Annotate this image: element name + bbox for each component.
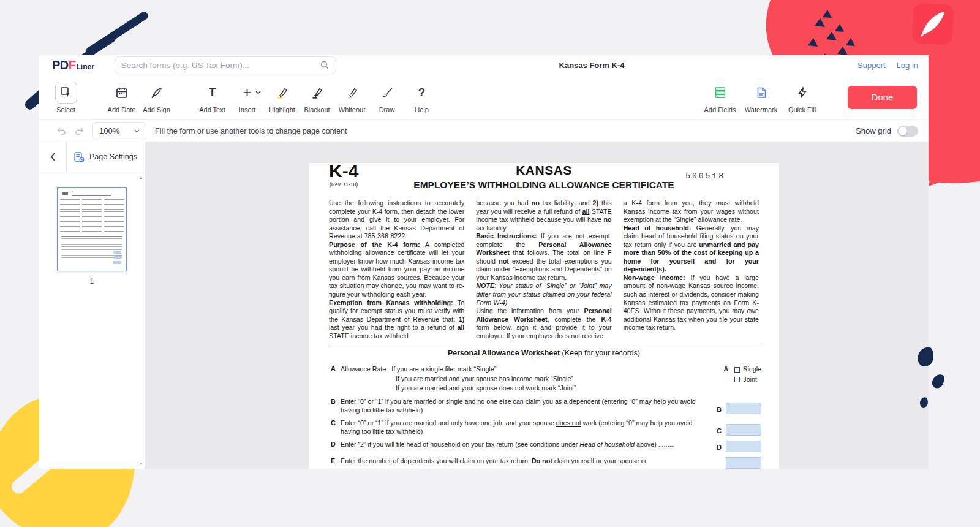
thumb-title-lines: [72, 192, 111, 197]
scroll-down-arrow[interactable]: ▼: [139, 461, 143, 466]
tool-blackout[interactable]: Blackout: [300, 82, 334, 113]
tool-label: Watermark: [745, 106, 777, 113]
top-bar: PDFLiner Kansas Form K-4 Support Log in: [39, 55, 929, 75]
search-box: [115, 56, 336, 74]
tool-label: Add Fields: [704, 106, 736, 113]
form-revision: (Rev. 11-18): [330, 181, 358, 188]
line-d-input[interactable]: [726, 441, 761, 452]
instruction-column-2: because you had no tax liability; and 2)…: [476, 199, 611, 340]
sidebar-header: Page Settings: [39, 142, 145, 172]
row-a-text: Allowance Rate: If you are a single file…: [341, 365, 700, 393]
search-input[interactable]: [121, 61, 320, 70]
tool-highlight[interactable]: Highlight: [265, 82, 300, 113]
row-letter: C: [331, 419, 341, 436]
hint-text: Fill the form or use another tools to ch…: [155, 127, 347, 135]
checkbox-label: Single: [743, 365, 761, 374]
worksheet-title: Personal Allowance Worksheet (Keep for y…: [309, 349, 779, 357]
tool-label: Draw: [379, 106, 395, 113]
tool-insert[interactable]: + Insert: [230, 82, 265, 113]
row-letter: D: [717, 444, 722, 452]
question-mark-icon: ?: [411, 82, 433, 104]
page-settings-label: Page Settings: [89, 153, 137, 161]
row-letter: A: [724, 365, 729, 374]
tool-label: Add Sign: [143, 106, 170, 113]
document-title: Kansas Form K-4: [500, 61, 684, 70]
zoom-select[interactable]: 100%: [92, 122, 146, 140]
worksheet-row-a: A Allowance Rate: If you are a single fi…: [331, 365, 761, 393]
row-d-text: Enter “2” if you will file head of house…: [341, 441, 700, 449]
tool-add-date[interactable]: Add Date: [104, 82, 139, 113]
calendar-icon: [111, 82, 133, 104]
undo-button[interactable]: [55, 125, 67, 137]
show-grid-toggle[interactable]: [897, 126, 918, 137]
row-letter: D: [331, 441, 341, 453]
page-settings-icon: [73, 151, 85, 163]
tool-draw[interactable]: Draw: [369, 82, 404, 113]
sub-toolbar: 100% Fill the form or use another tools …: [39, 120, 929, 142]
personal-allowance-worksheet: A Allowance Rate: If you are a single fi…: [309, 357, 779, 469]
top-links: Support Log in: [858, 61, 918, 70]
ink-drop-decoration: [930, 372, 946, 390]
support-link[interactable]: Support: [858, 61, 886, 70]
thumb-rule: [61, 236, 123, 237]
line-c-input[interactable]: [726, 424, 761, 436]
line-e-input[interactable]: [726, 457, 761, 469]
tool-label: Add Text: [199, 106, 225, 113]
scroll-up-arrow[interactable]: ▲: [139, 175, 143, 180]
row-c-text: Enter “0” or “1” if you are married and …: [341, 419, 700, 436]
document-area: 500518 K-4 (Rev. 11-18) KANSAS EMPLOYEE’…: [145, 142, 929, 469]
chevron-down-icon: [134, 129, 140, 133]
tool-label: Blackout: [304, 106, 330, 113]
tool-whiteout[interactable]: Whiteout: [334, 82, 369, 113]
form-code: K-4: [329, 161, 358, 181]
tool-quick-fill[interactable]: Quick Fill: [785, 82, 820, 113]
single-checkbox[interactable]: Single: [734, 365, 761, 374]
tool-label: Help: [415, 106, 429, 113]
add-fields-icon: [709, 82, 731, 104]
pages-sidebar: Page Settings 1 ▲ ▼: [39, 142, 145, 469]
tool-select[interactable]: Select: [48, 82, 83, 113]
tool-watermark[interactable]: Watermark: [744, 82, 778, 113]
tool-label: Quick Fill: [788, 106, 816, 113]
blackout-marker-icon: [306, 82, 328, 104]
row-a-options: A Single Joint: [700, 365, 761, 393]
thumbnail-list: 1: [39, 172, 145, 286]
checkbox-box: [734, 367, 740, 373]
signature-pen-icon: [146, 82, 168, 104]
tool-label: Highlight: [269, 106, 295, 113]
row-letter: B: [717, 406, 722, 414]
logo-text: F: [69, 58, 76, 72]
redo-button[interactable]: [74, 125, 86, 137]
logo-text: PD: [52, 58, 69, 72]
page-settings-button[interactable]: Page Settings: [67, 142, 143, 172]
draw-pen-icon: [376, 82, 398, 104]
toggle-knob: [899, 127, 907, 135]
row-letter: C: [717, 427, 722, 436]
done-button[interactable]: Done: [848, 86, 917, 109]
instruction-column-3: a K-4 form from you, they must withhold …: [624, 199, 759, 340]
tool-help[interactable]: ? Help: [404, 82, 439, 113]
page-thumbnail[interactable]: [57, 187, 127, 271]
app-window: PDFLiner Kansas Form K-4 Support Log in …: [39, 55, 929, 469]
form-subtitle: EMPLOYEE’S WITHHOLDING ALLOWANCE CERTIFI…: [329, 180, 759, 191]
tool-add-fields[interactable]: Add Fields: [703, 82, 737, 113]
joint-checkbox[interactable]: Joint: [734, 376, 761, 384]
tool-label: Insert: [239, 106, 256, 113]
thumb-form-code: [62, 192, 68, 195]
worksheet-divider: [329, 346, 761, 346]
show-grid-label: Show grid: [856, 126, 891, 135]
checkbox-label: Joint: [743, 376, 757, 384]
form-state-title: KANSAS: [329, 163, 759, 178]
tool-add-sign[interactable]: Add Sign: [139, 82, 174, 113]
search-icon[interactable]: [320, 60, 330, 70]
line-b-input[interactable]: [726, 403, 761, 414]
tool-add-text[interactable]: T Add Text: [195, 82, 230, 113]
collapse-sidebar-button[interactable]: [39, 142, 66, 172]
login-link[interactable]: Log in: [897, 61, 918, 70]
text-icon: T: [202, 82, 224, 104]
page-number: 1: [39, 277, 145, 286]
chevron-down-icon: [255, 91, 261, 94]
worksheet-row-c: C Enter “0” or “1” if you are married an…: [331, 419, 761, 436]
pdf-page: 500518 K-4 (Rev. 11-18) KANSAS EMPLOYEE’…: [309, 163, 779, 469]
pdfliner-logo[interactable]: PDFLiner: [52, 58, 94, 72]
